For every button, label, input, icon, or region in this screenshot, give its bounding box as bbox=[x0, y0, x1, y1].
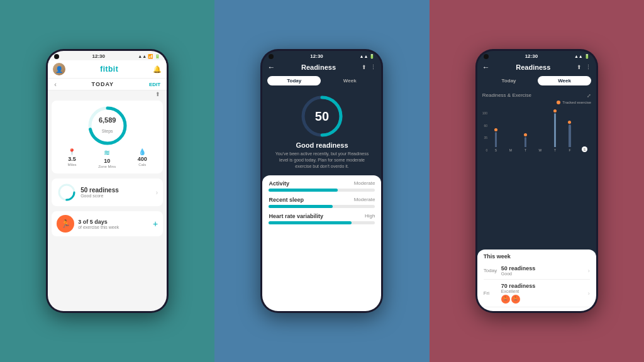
phone-1-screen: 12:30 ▲▲ 📶 🔋 👤 fitbit 🔔 ‹ TODAY EDIT bbox=[48, 51, 167, 311]
score-description: You've been active recently, but your Re… bbox=[262, 151, 381, 169]
expand-icon[interactable]: ⤢ bbox=[587, 93, 591, 99]
back-chevron[interactable]: ‹ bbox=[54, 80, 57, 88]
week-item-fri-score: 70 readiness bbox=[501, 283, 588, 289]
tab-week-2[interactable]: Week bbox=[323, 76, 377, 85]
metric-hrv-header: Heart rate variability High bbox=[269, 213, 375, 219]
week-chevron-fri: › bbox=[588, 290, 590, 297]
zone-value: 10 bbox=[104, 158, 110, 164]
metric-hrv-bar-bg bbox=[269, 221, 375, 224]
status-time-3: 12:30 bbox=[525, 53, 538, 59]
week-item-fri-info: 70 readiness Excellent 🏃 🏃 bbox=[501, 283, 588, 304]
right-panel: 12:30 ▲▲ 🔋 ← Readiness ⬆ ⋮ Today Week bbox=[430, 0, 644, 362]
score-label: Good readiness bbox=[296, 141, 348, 149]
bar-S2: S bbox=[578, 105, 591, 152]
zone-icon: ≋ bbox=[104, 148, 110, 157]
back-icon-3[interactable]: ← bbox=[482, 63, 490, 72]
metric-sleep-header: Recent sleep Moderate bbox=[269, 197, 375, 203]
share-icon-2[interactable]: ⬆ bbox=[362, 64, 367, 70]
phone-2: 12:30 ▲▲ 🔋 ← Readiness ⬆ ⋮ Today Week bbox=[260, 49, 383, 313]
bar-chart: 100 60 35 0 S bbox=[482, 107, 591, 152]
metric-hrv: Heart rate variability High bbox=[269, 213, 375, 224]
signal-icon-3: ▲▲ bbox=[574, 54, 583, 58]
metric-activity-bar-bg bbox=[269, 189, 375, 192]
share-row: ⬆ bbox=[48, 90, 167, 98]
bar-fill-T2 bbox=[554, 113, 557, 147]
week-item-today-info: 50 readiness Good bbox=[501, 265, 588, 276]
readiness-card[interactable]: 50 readiness Good score › bbox=[52, 178, 163, 206]
phone-3-screen: 12:30 ▲▲ 🔋 ← Readiness ⬆ ⋮ Today Week bbox=[477, 51, 596, 311]
week-item-today-level: Good bbox=[501, 272, 588, 276]
stat-zone-mins: ≋ 10 Zone Mins bbox=[98, 148, 116, 168]
exercise-icon: 🏃 bbox=[57, 215, 74, 233]
tab-today-2[interactable]: Today bbox=[267, 76, 321, 85]
metrics-section: Activity Moderate Recent sleep Moderate bbox=[262, 175, 381, 311]
share-icon[interactable]: ⬆ bbox=[155, 91, 160, 97]
bar-T1: T bbox=[519, 106, 532, 152]
bar-day-W: W bbox=[539, 148, 542, 152]
chart-legend: Tracked exercise bbox=[482, 101, 591, 104]
status-time-1: 12:30 bbox=[92, 53, 104, 59]
bar-F: F bbox=[564, 106, 577, 152]
readiness-sub: Good score bbox=[80, 194, 152, 198]
legend-text: Tracked exercise bbox=[562, 101, 591, 104]
big-score-circle: 50 bbox=[299, 94, 345, 139]
status-bar-3: 12:30 ▲▲ 🔋 bbox=[477, 51, 596, 60]
bar-T2: T bbox=[548, 106, 562, 152]
this-week-title: This week bbox=[484, 253, 590, 260]
status-icons-3: ▲▲ 🔋 bbox=[574, 54, 590, 59]
left-panel: 12:30 ▲▲ 📶 🔋 👤 fitbit 🔔 ‹ TODAY EDIT bbox=[0, 0, 214, 362]
readiness-score: 50 readiness bbox=[80, 187, 152, 194]
middle-panel: 12:30 ▲▲ 🔋 ← Readiness ⬆ ⋮ Today Week bbox=[214, 0, 429, 362]
tab-today-3[interactable]: Today bbox=[482, 76, 536, 85]
readiness-header-2: ← Readiness ⬆ ⋮ bbox=[262, 60, 381, 74]
week-item-fri-day: Fri bbox=[484, 290, 501, 296]
phone-2-screen: 12:30 ▲▲ 🔋 ← Readiness ⬆ ⋮ Today Week bbox=[262, 51, 381, 311]
week-item-fri[interactable]: Fri 70 readiness Excellent 🏃 🏃 › bbox=[484, 280, 590, 307]
week-item-today[interactable]: Today 50 readiness Good › bbox=[484, 262, 590, 280]
ex-icon-1: 🏃 bbox=[501, 295, 510, 304]
bar-fill-S1 bbox=[495, 132, 497, 147]
edit-button[interactable]: EDIT bbox=[149, 82, 160, 87]
dot-F bbox=[568, 121, 571, 124]
signal-icon-2: ▲▲ bbox=[360, 54, 369, 58]
metric-activity-bar bbox=[269, 189, 338, 192]
metric-activity-level: Moderate bbox=[354, 180, 375, 187]
bar-day-S1: S bbox=[495, 148, 497, 152]
phone-1: 12:30 ▲▲ 📶 🔋 👤 fitbit 🔔 ‹ TODAY EDIT bbox=[46, 49, 169, 313]
add-exercise-button[interactable]: + bbox=[153, 219, 158, 229]
fitbit-header: 👤 fitbit 🔔 bbox=[48, 60, 167, 79]
avatar[interactable]: 👤 bbox=[53, 63, 65, 75]
metric-sleep-level: Moderate bbox=[354, 197, 375, 203]
cals-value: 400 bbox=[138, 156, 147, 162]
metric-sleep-bar-bg bbox=[269, 205, 375, 208]
bar-M: M bbox=[504, 106, 518, 152]
cals-label: Cals bbox=[138, 163, 146, 167]
ex-icon-2: 🏃 bbox=[511, 295, 520, 304]
app-logo: fitbit bbox=[100, 65, 118, 74]
share-icon-3[interactable]: ⬆ bbox=[577, 64, 582, 70]
more-icon-2[interactable]: ⋮ bbox=[370, 64, 376, 70]
tab-week-3[interactable]: Week bbox=[538, 76, 591, 85]
y-label-0: 0 bbox=[486, 148, 487, 152]
back-icon-2[interactable]: ← bbox=[267, 63, 275, 72]
cals-icon: 💧 bbox=[138, 148, 146, 155]
more-icon-3[interactable]: ⋮ bbox=[586, 64, 591, 70]
today-bar: ‹ TODAY EDIT bbox=[48, 79, 167, 90]
notification-icon[interactable]: 🔔 bbox=[153, 65, 162, 74]
readiness-ring bbox=[57, 182, 77, 202]
exercise-sub: of exercise this week bbox=[78, 225, 149, 229]
metric-hrv-name: Heart rate variability bbox=[269, 213, 323, 219]
status-icons-2: ▲▲ 🔋 bbox=[360, 54, 375, 59]
header-icons-2: ⬆ ⋮ bbox=[362, 64, 376, 70]
camera-hole-1 bbox=[54, 54, 59, 59]
metric-activity-name: Activity bbox=[269, 180, 289, 187]
dot-S1 bbox=[494, 128, 497, 131]
stat-cals: 💧 400 Cals bbox=[138, 148, 147, 168]
status-bar-1: 12:30 ▲▲ 📶 🔋 bbox=[48, 51, 167, 60]
bar-fill-T1 bbox=[525, 137, 527, 147]
metric-sleep-bar bbox=[269, 205, 332, 208]
header-title-2: Readiness bbox=[301, 63, 336, 71]
week-item-today-score: 50 readiness bbox=[501, 265, 588, 272]
week-chevron-today: › bbox=[588, 268, 590, 274]
today-label: TODAY bbox=[92, 81, 114, 87]
